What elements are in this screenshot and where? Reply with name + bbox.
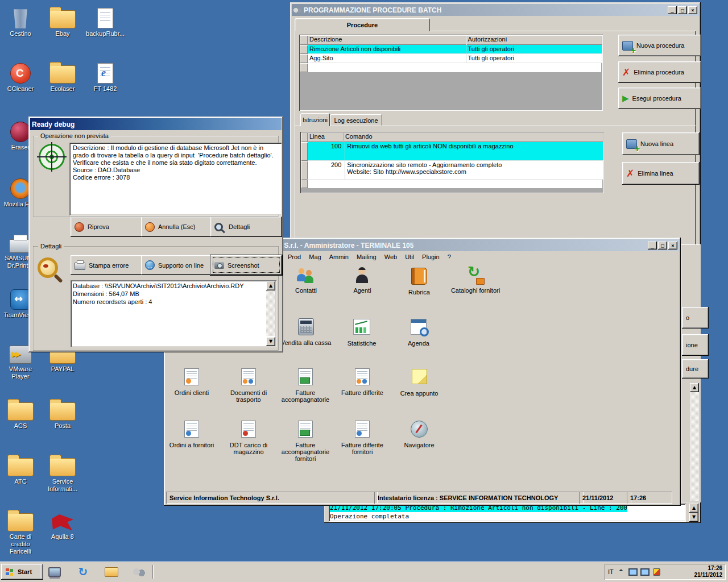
row-selector[interactable] [300,45,308,54]
log-list[interactable]: 21/11/2012 17:20:05 Procedura : Rimozion… [329,504,686,522]
app-icon-fatture-differite[interactable]: Fatture differite [335,367,390,396]
delete-line-button[interactable]: Elimina linea [622,162,700,185]
scroll-down-arrow[interactable]: ▼ [689,513,698,522]
menu-mag[interactable]: Mag [305,252,325,261]
app-icon-fatture-differite-fornitori[interactable]: Fatture differite fornitori [335,419,390,455]
tray-monitors-icon[interactable] [628,567,638,576]
app-icon-fatture-accompagnatorie-fornitori[interactable]: Fatture accompagnatorie fornitori [278,419,333,462]
minimize-button[interactable]: _ [648,242,657,250]
app-icon-cataloghi-fornitori[interactable]: Cataloghi fornitori [448,266,503,294]
menu-prod[interactable]: Prod [284,252,305,261]
debug-dialog-titlebar[interactable]: Ready debug [30,118,282,130]
online-support-button[interactable]: Supporto on line [141,255,213,275]
print-error-button[interactable]: Stampa errore [71,255,142,275]
desktop-icon-cestino[interactable]: Cestino [0,3,41,38]
column-header-descrizione: Descrizione [308,35,466,45]
app-icon-rubrica[interactable]: Rubrica [392,266,446,296]
menu-help[interactable]: ? [444,252,455,261]
cancel-button[interactable]: Annulla (Esc) [141,217,213,237]
taskbar-divider [152,565,154,579]
table-row[interactable]: Agg.Sito Tutti gli operatori [300,54,602,63]
magnifier-bug-icon [38,257,58,278]
run-procedure-button[interactable]: Esegui procedura [618,88,701,109]
minimize-button[interactable]: _ [668,6,677,14]
language-indicator[interactable]: IT [608,568,614,575]
chevron-up-icon[interactable]: ^ [617,567,626,576]
new-line-button[interactable]: Nuova linea [622,132,700,155]
app-icon-crea-appunto[interactable]: Crea appunto [392,367,446,397]
table-row[interactable]: Rimozione Articoli non disponibili Tutti… [300,45,602,54]
app-icon-navigatore[interactable]: Navigatore [392,419,446,448]
table-row[interactable]: 100 Rimuovi da web tutti gli articoli NO… [301,142,603,161]
app-icon-documenti-trasporto[interactable]: Documenti di trasporto [221,367,276,403]
close-button[interactable]: × [668,242,677,250]
row-selector[interactable] [301,161,308,180]
desktop-icon-posta[interactable]: Posta [42,396,83,430]
navigator-icon [411,421,428,438]
app-icon-ordini-clienti[interactable]: Ordini clienti [164,367,219,396]
tab-istruzioni[interactable]: Istruzioni [300,113,330,126]
status-date: 21/11/2012 [579,492,631,504]
tab-log-esecuzione[interactable]: Log esecuzione [330,114,382,126]
scroll-up-arrow[interactable]: ▲ [690,383,699,392]
partial-button[interactable]: ione [682,334,709,356]
row-selector-header [300,35,308,45]
app-icon-statistiche[interactable]: Statistiche [334,317,389,347]
quicklaunch-folder-icon[interactable] [101,564,122,579]
app-icon-ddt-carico-magazzino[interactable]: DDT carico di magazzino [221,419,276,455]
desktop-icon-acs[interactable]: ACS [0,396,41,430]
desktop-icon-aquila8[interactable]: Aquila 8 [42,506,83,541]
retry-button[interactable]: Riprova [71,217,142,237]
tray-status-icon[interactable] [652,567,661,576]
error-description-box[interactable]: Descrizione : Il modulo di gestione di d… [69,143,282,215]
maximize-button[interactable]: □ [658,242,667,250]
details-button[interactable]: Dettagli [210,217,282,237]
app-icon-vendita-alla-cassa[interactable]: Vendita alla cassa [279,317,333,346]
menu-ammin[interactable]: Ammin [325,252,353,261]
row-selector[interactable] [301,142,308,161]
delete-procedure-button[interactable]: Elimina procedura [618,61,701,83]
scrollbar-track[interactable] [266,290,275,336]
desktop-icon-ft1482[interactable]: FT 1482 [85,59,126,93]
desktop-icon-ecolaser[interactable]: Ecolaser [42,59,83,93]
app-icon-agenti[interactable]: Agenti [335,266,390,294]
app-icon-fatture-accompagnatorie[interactable]: Fatture accompagnatorie [278,367,333,403]
menu-mailing[interactable]: Mailing [353,252,380,261]
row-selector[interactable] [300,54,308,63]
quicklaunch-gears-icon[interactable] [129,564,149,579]
desktop: Cestino Ebay backupRubr... CCleaner Ecol… [0,0,728,582]
menu-web[interactable]: Web [380,252,401,261]
maximize-button[interactable]: □ [678,6,687,14]
scroll-up-arrow[interactable]: ▲ [689,504,698,513]
app-icon-ordini-a-fornitori[interactable]: Ordini a fornitori [164,419,219,448]
batch-window-titlebar[interactable]: PROGRAMMAZIONE PROCEDURE BATCH _ □ × [292,4,699,16]
desktop-icon-backuprubr[interactable]: backupRubr... [85,3,126,38]
red-x-icon [626,169,634,178]
partial-button[interactable]: dure [682,359,709,379]
scroll-down-arrow[interactable]: ▼ [266,337,275,346]
close-button[interactable]: × [688,6,697,14]
folder-icon [49,458,76,476]
app-icon-agenda[interactable]: Agenda [391,317,446,347]
quicklaunch-arrow-icon[interactable] [73,564,93,579]
tray-network-icon[interactable] [640,567,650,576]
partial-button[interactable]: o [682,307,709,329]
scroll-up-arrow[interactable]: ▲ [266,281,275,290]
start-button[interactable]: Start [1,564,43,580]
tab-procedure[interactable]: Procedure [295,18,430,31]
desktop-icon-service-informatica[interactable]: Service Informati... [42,451,83,493]
details-info-box[interactable]: Database : \\SRVUNO\Archivi\SIT2012\Arch… [71,280,276,347]
desktop-icon-atc[interactable]: ATC [0,451,41,485]
quicklaunch-computer-icon[interactable] [44,564,65,579]
new-procedure-button[interactable]: Nuova procedura [618,35,701,56]
details-group-label: Dettagli [38,243,64,250]
screenshot-button[interactable]: Screenshot [210,255,282,275]
scrollbar-track[interactable] [690,392,699,501]
menu-plugin[interactable]: Plugin [418,252,444,261]
desktop-icon-carte-credito[interactable]: Carte di credito Faricelli [0,506,41,555]
table-row[interactable]: 200 Sincronizzazione sito remoto - Aggio… [301,161,603,180]
desktop-icon-ccleaner[interactable]: CCleaner [0,59,41,93]
app-icon-contatti[interactable]: Contatti [279,266,333,294]
menu-util[interactable]: Util [401,252,418,261]
desktop-icon-ebay[interactable]: Ebay [42,3,83,38]
